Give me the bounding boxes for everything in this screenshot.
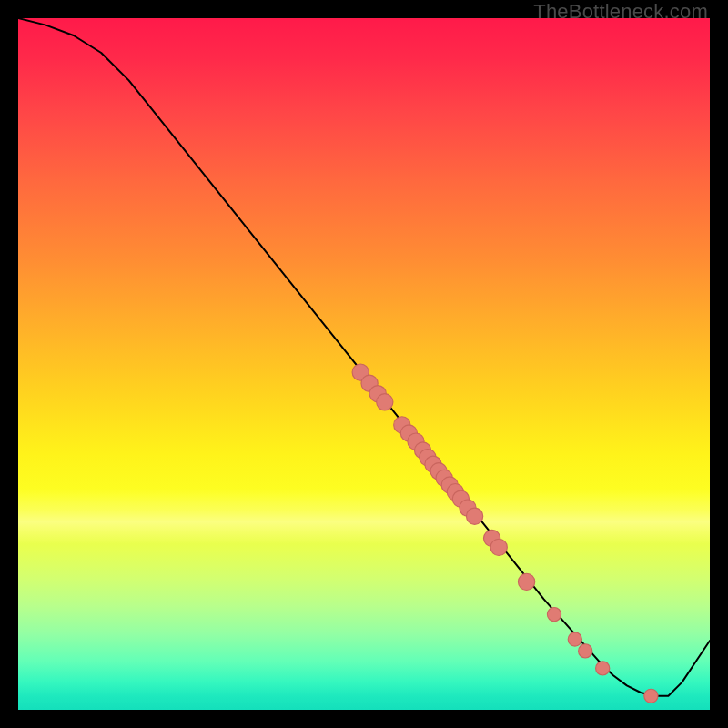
data-marker [644, 689, 658, 703]
data-marker [579, 644, 592, 658]
plot-area [18, 18, 710, 710]
chart-frame: TheBottleneck.com [0, 0, 728, 728]
data-marker [377, 394, 393, 410]
data-marker [518, 573, 534, 590]
data-marker [568, 632, 581, 646]
chart-svg [18, 18, 710, 710]
data-markers [352, 364, 658, 703]
data-marker [466, 508, 482, 524]
data-marker [490, 539, 507, 555]
data-marker [596, 662, 610, 675]
data-marker [547, 608, 561, 622]
bottleneck-curve [18, 18, 710, 696]
